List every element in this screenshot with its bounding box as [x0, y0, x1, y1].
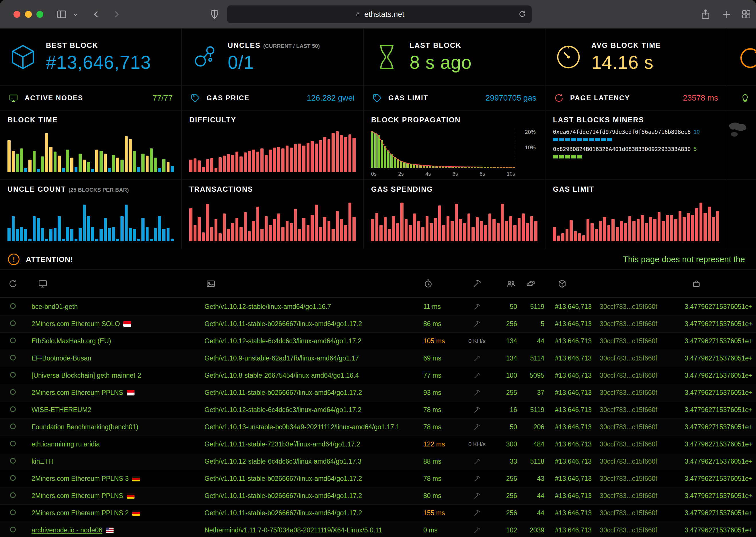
node-name[interactable]: EthSolo.MaxHash.org (EU) — [31, 337, 111, 345]
reload-icon[interactable] — [518, 10, 527, 18]
url-text: ethstats.net — [364, 10, 404, 19]
node-last-block[interactable]: #13,646,713 — [544, 320, 592, 328]
gas-spending-bars — [371, 201, 537, 241]
back-icon[interactable] — [91, 9, 102, 20]
table-row[interactable]: EthSolo.MaxHash.org (EU) Geth/v1.10.12-s… — [0, 332, 756, 350]
share-icon[interactable] — [700, 9, 711, 20]
new-tab-icon[interactable] — [722, 9, 732, 20]
table-row[interactable]: eth.icanmining.ru aridia Geth/v1.10.11-s… — [0, 435, 756, 453]
node-block-hash: 30ccf783...c15f660f — [592, 337, 666, 345]
node-status-icon — [10, 475, 16, 481]
latency-icon[interactable] — [423, 279, 433, 289]
chart-bar — [146, 227, 149, 241]
node-name[interactable]: kinΞTH — [31, 458, 53, 465]
mining-icon[interactable] — [472, 279, 482, 289]
node-pending: 484 — [517, 440, 544, 448]
last-seen-icon[interactable] — [8, 279, 18, 289]
chart-bar — [260, 148, 264, 172]
chart-bar — [400, 203, 404, 241]
node-name[interactable]: eth.icanmining.ru aridia — [31, 440, 100, 448]
zoom-button[interactable] — [36, 11, 43, 18]
minimize-button[interactable] — [25, 11, 32, 18]
peers-icon[interactable] — [506, 279, 516, 289]
chart-bar — [396, 223, 400, 241]
chart-bar — [695, 208, 698, 241]
node-name[interactable]: 2Miners.com Ethereum PPLNS — [31, 492, 123, 500]
miner-entry[interactable]: 0x829BD824B016326A401d083B33D092293333A8… — [553, 146, 719, 158]
miner-block-square — [565, 155, 570, 158]
sidebar-toggle-icon[interactable] — [56, 9, 67, 20]
node-name[interactable]: bce-bnd01-geth — [31, 303, 78, 310]
chart-bar — [518, 218, 521, 241]
node-last-block[interactable]: #13,646,713 — [544, 423, 592, 431]
node-type-icon[interactable] — [206, 279, 216, 289]
miner-address[interactable]: 0x829BD824B016326A401d083B33D092293333A8… — [553, 146, 690, 152]
chart-bar — [687, 213, 690, 241]
node-last-block[interactable]: #13,646,713 — [544, 526, 592, 534]
node-mining — [460, 320, 494, 328]
node-last-block[interactable]: #13,646,713 — [544, 372, 592, 379]
node-latency: 77 ms — [417, 372, 460, 379]
chart-subtitle: (25 BLOCKS PER BAR) — [68, 187, 129, 193]
table-row[interactable]: EF-Bootnode-Busan Geth/v1.10.9-unstable-… — [0, 350, 756, 367]
node-last-block[interactable]: #13,646,713 — [544, 458, 592, 465]
node-name[interactable]: 2Miners.com Ethereum PPLNS 3 — [31, 475, 129, 482]
forward-icon[interactable] — [111, 9, 122, 20]
node-mining — [460, 475, 494, 483]
node-name-icon[interactable] — [38, 279, 48, 289]
chart-bar — [570, 220, 573, 241]
difficulty-icon[interactable] — [691, 279, 701, 289]
node-name[interactable]: 2Miners.com Ethereum PPLNS — [31, 389, 123, 396]
node-last-block[interactable]: #13,646,713 — [544, 475, 592, 482]
chart-bar — [108, 168, 111, 172]
chart-bar — [8, 228, 11, 241]
node-pending: 5119 — [517, 406, 544, 414]
node-last-block[interactable]: #13,646,713 — [544, 492, 592, 500]
table-row[interactable]: bce-bnd01-geth Geth/v1.10.12-stable/linu… — [0, 298, 756, 315]
miner-address[interactable]: 0xea674fdde714fd979de3edf0f56aa9716b898e… — [553, 129, 690, 135]
table-row[interactable]: 2Miners.com Ethereum PPLNS Geth/v1.10.11… — [0, 487, 756, 504]
node-last-block[interactable]: #13,646,713 — [544, 440, 592, 448]
node-total-difficulty: 3.477962715376051e+ — [666, 423, 756, 431]
node-last-block[interactable]: #13,646,713 — [544, 406, 592, 414]
node-last-block[interactable]: #13,646,713 — [544, 509, 592, 517]
table-row[interactable]: Foundation Benchmarking(bench01) Geth/v1… — [0, 418, 756, 435]
node-name[interactable]: 2Miners.com Ethereum SOLO — [31, 320, 120, 328]
chart-bar — [323, 217, 326, 241]
last-block-icon[interactable] — [557, 279, 567, 289]
node-block-hash: 30ccf783...c15f660f — [592, 372, 666, 379]
node-name[interactable]: EF-Bootnode-Busan — [31, 354, 91, 362]
chart-bar — [214, 219, 218, 241]
chart-bar — [379, 225, 382, 241]
node-last-block[interactable]: #13,646,713 — [544, 354, 592, 362]
close-button[interactable] — [14, 11, 21, 18]
address-bar[interactable]: ethstats.net — [227, 5, 532, 23]
chart-bar — [12, 216, 15, 241]
table-row[interactable]: 2Miners.com Ethereum PPLNS Geth/v1.10.11… — [0, 384, 756, 401]
node-name[interactable]: WISE-ETHEREUM2 — [31, 406, 91, 414]
node-name[interactable]: Foundation Benchmarking(bench01) — [31, 423, 138, 431]
pending-icon[interactable] — [526, 279, 536, 289]
node-last-block[interactable]: #13,646,713 — [544, 337, 592, 345]
shield-icon[interactable] — [209, 9, 220, 20]
node-name[interactable]: [Universa Blockchain] geth-mainnet-2 — [31, 372, 141, 379]
tab-overview-icon[interactable] — [741, 9, 751, 20]
table-row[interactable]: archivenode.io - node06 Nethermind/v1.11… — [0, 521, 756, 537]
table-row[interactable]: 2Miners.com Ethereum PPLNS 2 Geth/v1.10.… — [0, 504, 756, 521]
node-last-block[interactable]: #13,646,713 — [544, 389, 592, 396]
node-mining — [460, 389, 494, 397]
node-pending: 43 — [517, 475, 544, 482]
miner-entry[interactable]: 0xea674fdde714fd979de3edf0f56aa9716b898e… — [553, 129, 719, 141]
table-row[interactable]: 2Miners.com Ethereum SOLO Geth/v1.10.11-… — [0, 315, 756, 332]
table-row[interactable]: 2Miners.com Ethereum PPLNS 3 Geth/v1.10.… — [0, 470, 756, 487]
chevron-down-icon[interactable] — [72, 12, 79, 18]
node-status-icon — [10, 355, 16, 360]
table-row[interactable]: WISE-ETHEREUM2 Geth/v1.10.12-stable-6c4d… — [0, 401, 756, 418]
node-name[interactable]: archivenode.io - node06 — [31, 526, 102, 534]
chart-bar — [49, 229, 53, 241]
node-last-block[interactable]: #13,646,713 — [544, 303, 592, 310]
table-row[interactable]: [Universa Blockchain] geth-mainnet-2 Get… — [0, 367, 756, 384]
chart-bar — [603, 217, 606, 241]
table-row[interactable]: kinΞTH Geth/v1.10.12-stable-6c4dc6c3/lin… — [0, 453, 756, 470]
node-name[interactable]: 2Miners.com Ethereum PPLNS 2 — [31, 509, 129, 517]
